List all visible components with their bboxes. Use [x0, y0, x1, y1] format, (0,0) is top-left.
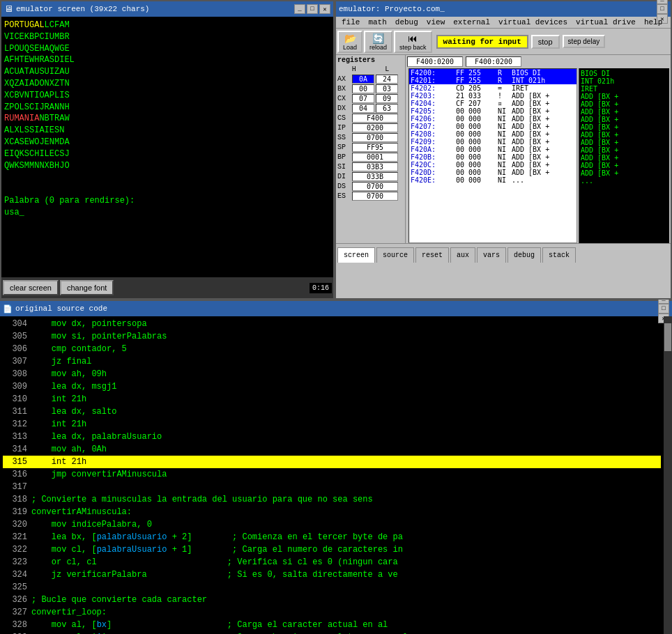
source-line-304: 304 mov dx, pointersopa: [3, 318, 661, 330]
reg-cx-l: 09: [376, 94, 398, 103]
source-line-317: 317: [3, 481, 661, 493]
code-row-f4205[interactable]: F4205: 00 000 NI ADD [BX +: [409, 107, 576, 115]
source-title-text: original source code: [15, 304, 107, 313]
source-line-322: 322 mov cl, [palabraUsuario + 1] ; Carga…: [3, 543, 661, 556]
menu-view[interactable]: view: [422, 17, 449, 27]
code-row-f4207[interactable]: F4207: 00 000 NI ADD [BX +: [409, 123, 576, 130]
reg-sp-val: FF95: [352, 143, 398, 152]
reg-si-val: 03B3: [352, 162, 398, 171]
bios-row-13: ADD [BX +: [581, 162, 668, 169]
reg-dx-h: 04: [352, 104, 374, 113]
code-row-f4204[interactable]: F4204: CF 207 ¤ ADD [BX +: [409, 100, 576, 107]
code-row-f4208[interactable]: F4208: 00 000 NI ADD [BX +: [409, 130, 576, 138]
load-btn[interactable]: 📂 Load: [337, 31, 362, 53]
bios-row-10: ADD [BX +: [581, 139, 668, 146]
step-back-btn[interactable]: ⏮ step back: [394, 31, 432, 53]
source-line-316: 316 jmp convertirAMinuscula: [3, 468, 661, 481]
reg-hl-headers: H L: [337, 65, 404, 73]
reg-cx-h: 07: [352, 94, 374, 103]
bios-row-9: ADD [BX +: [581, 131, 668, 139]
reg-cx-row: CX 07 09: [337, 94, 404, 103]
menu-virtual-devices[interactable]: virtual devices: [494, 17, 572, 27]
source-scrollbar[interactable]: [664, 316, 672, 634]
reload-label: reload: [369, 44, 387, 51]
load-icon: 📂: [344, 33, 356, 44]
reg-bx-h: 00: [352, 84, 374, 93]
tab-vars[interactable]: vars: [477, 247, 506, 263]
tab-aux[interactable]: aux: [450, 247, 475, 263]
menu-debug[interactable]: debug: [391, 17, 422, 27]
reg-bp-val: 0001: [352, 153, 398, 162]
source-line-323: 323 or cl, cl ; Verifica si cl es 0 (nin…: [3, 556, 661, 569]
code-row-f4203[interactable]: F4203: 21 033 ! ADD [BX +: [409, 92, 576, 100]
code-row-f4206[interactable]: F4206: 00 000 NI ADD [BX +: [409, 115, 576, 123]
code-row-f420b[interactable]: F420B: 00 000 NI ADD [BX +: [409, 153, 576, 161]
tab-reset[interactable]: reset: [415, 247, 449, 263]
tab-debug[interactable]: debug: [507, 247, 541, 263]
screen-text: PORTUGALLCFAM VICEKBPCIUMBRLPOUQSEHAQWGE…: [4, 20, 330, 219]
code-row-f420e[interactable]: F420E: 00 000 NI ...: [409, 176, 576, 184]
bios-row-15: ...: [581, 177, 668, 185]
screen-titlebar: 🖥 emulator screen (39x22 chars) _ □ ✕: [1, 1, 333, 17]
menu-math[interactable]: math: [364, 17, 390, 27]
reg-di-row: DI 033B: [337, 172, 404, 181]
stop-btn[interactable]: stop: [531, 35, 560, 49]
reg-ax-row: AX 0A 24: [337, 75, 404, 84]
bios-row-5: ADD [BX +: [581, 100, 668, 108]
source-line-307: 307 jz final: [3, 355, 661, 368]
source-maximize-btn[interactable]: □: [658, 304, 669, 314]
reg-l-label: L: [376, 65, 398, 73]
menu-bar: file math debug view external virtual de…: [336, 17, 671, 29]
menu-external[interactable]: external: [449, 17, 494, 27]
bios-row-11: ADD [BX +: [581, 146, 668, 154]
menu-file[interactable]: file: [337, 17, 364, 27]
emulator-screen-window: 🖥 emulator screen (39x22 chars) _ □ ✕ PO…: [0, 0, 335, 300]
reg-cs-row: CS F400: [337, 114, 404, 123]
change-font-btn[interactable]: change font: [60, 280, 114, 295]
source-icon: 📄: [3, 304, 13, 314]
addr-bar: [407, 56, 669, 67]
reg-bp-row: BP 0001: [337, 153, 404, 162]
screen-maximize-btn[interactable]: □: [307, 4, 318, 14]
tab-source[interactable]: source: [376, 247, 414, 263]
code-row-f4202[interactable]: F4202: CD 205 = IRET: [409, 84, 576, 92]
addr-input-right[interactable]: [466, 56, 521, 67]
code-row-f420a[interactable]: F420A: 00 000 NI ADD [BX +: [409, 146, 576, 153]
code-list[interactable]: F4200: FF 255 R BIOS DI F4201: FF 255 R …: [408, 68, 577, 243]
source-scrollbar-thumb[interactable]: [664, 323, 671, 351]
bios-row-2: INT 021h: [581, 77, 668, 85]
screen-close-btn[interactable]: ✕: [319, 4, 330, 14]
screen-title: 🖥 emulator screen (39x22 chars): [4, 4, 149, 15]
screen-minimize-btn[interactable]: _: [294, 4, 305, 14]
reg-ds-row: DS 0700: [337, 182, 404, 191]
reg-ds-val: 0700: [352, 182, 398, 191]
bios-row-1: BIOS DI: [581, 70, 668, 77]
source-line-305: 305 mov si, pointerPalabras: [3, 330, 661, 343]
reg-ss-row: SS 0700: [337, 133, 404, 142]
menu-virtual-drive[interactable]: virtual drive: [572, 17, 640, 27]
reg-es-val: 0700: [352, 192, 398, 201]
source-line-326: 326; Bucle que convierte cada caracter: [3, 594, 661, 606]
reg-dx-row: DX 04 63: [337, 104, 404, 113]
step-back-label: step back: [399, 44, 427, 51]
screen-content: PORTUGALLCFAM VICEKBPCIUMBRLPOUQSEHAQWGE…: [1, 17, 333, 277]
addr-input-left[interactable]: [407, 56, 463, 67]
code-row-f420d[interactable]: F420D: 00 000 NI ADD [BX +: [409, 169, 576, 176]
debug-maximize-btn[interactable]: □: [657, 4, 668, 14]
debug-titlebar: emulator: Proyecto.com_ _ □ ✕: [336, 1, 671, 17]
source-line-320: 320 mov indicePalabra, 0: [3, 518, 661, 531]
source-line-324: 324 jz verificarPalabra ; Si es 0, salta…: [3, 569, 661, 581]
code-row-f4200[interactable]: F4200: FF 255 R BIOS DI: [409, 69, 576, 77]
code-row-f4209[interactable]: F4209: 00 000 NI ADD [BX +: [409, 138, 576, 146]
reload-btn[interactable]: 🔄 reload: [364, 31, 392, 53]
step-delay-btn[interactable]: step delay: [563, 35, 606, 48]
debug-main-area: registers H L AX 0A 24 BX 00 03: [336, 55, 671, 243]
bios-panel: BIOS DI INT 021h IRET ADD [BX + ADD [BX …: [579, 68, 669, 243]
reg-ax-h: 0A: [352, 75, 374, 84]
clear-screen-btn[interactable]: clear screen: [3, 280, 59, 295]
menu-help[interactable]: help: [640, 17, 666, 27]
tab-screen[interactable]: screen: [337, 247, 375, 263]
code-row-f4201[interactable]: F4201: FF 255 R INT 021h: [409, 77, 576, 84]
tab-stack[interactable]: stack: [542, 247, 576, 263]
code-row-f420c[interactable]: F420C: 00 000 NI ADD [BX +: [409, 161, 576, 169]
